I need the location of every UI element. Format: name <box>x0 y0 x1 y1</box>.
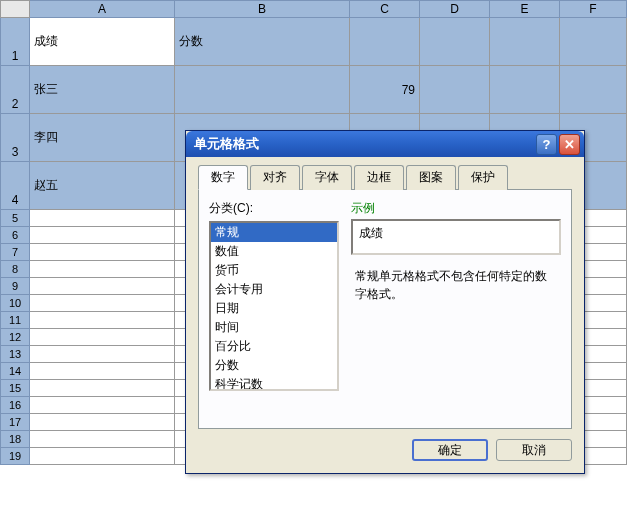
cell[interactable] <box>30 414 175 431</box>
tab-边框[interactable]: 边框 <box>354 165 404 190</box>
row-header[interactable]: 10 <box>0 295 30 312</box>
cell[interactable]: 79 <box>350 66 420 114</box>
row-header[interactable]: 4 <box>0 162 30 210</box>
row-header[interactable]: 12 <box>0 329 30 346</box>
format-cells-dialog: 单元格格式 ? ✕ 数字对齐字体边框图案保护 分类(C): 常规数值货币会计专用… <box>185 130 585 474</box>
format-description: 常规单元格格式不包含任何特定的数字格式。 <box>351 267 561 303</box>
ok-button[interactable]: 确定 <box>412 439 488 461</box>
cell[interactable]: 李四 <box>30 114 175 162</box>
row-header[interactable]: 1 <box>0 18 30 66</box>
cell[interactable] <box>30 210 175 227</box>
cell[interactable] <box>30 431 175 448</box>
preview-label: 示例 <box>351 200 561 217</box>
column-header-E[interactable]: E <box>490 0 560 18</box>
category-listbox[interactable]: 常规数值货币会计专用日期时间百分比分数科学记数文本特殊自定义 <box>209 221 339 391</box>
row-header[interactable]: 2 <box>0 66 30 114</box>
cell[interactable] <box>30 380 175 397</box>
cell[interactable] <box>30 363 175 380</box>
category-label: 分类(C): <box>209 200 339 217</box>
cell[interactable] <box>30 448 175 465</box>
cell[interactable] <box>490 18 560 66</box>
column-header-D[interactable]: D <box>420 0 490 18</box>
select-all-corner[interactable] <box>0 0 30 18</box>
help-button[interactable]: ? <box>536 134 557 155</box>
category-item[interactable]: 常规 <box>211 223 337 242</box>
cell[interactable] <box>30 227 175 244</box>
cell[interactable] <box>420 18 490 66</box>
cell[interactable] <box>30 346 175 363</box>
cell[interactable] <box>490 66 560 114</box>
row-header[interactable]: 11 <box>0 312 30 329</box>
column-header-F[interactable]: F <box>560 0 627 18</box>
cell[interactable]: 赵五 <box>30 162 175 210</box>
category-item[interactable]: 分数 <box>211 356 337 375</box>
cell[interactable]: 张三 <box>30 66 175 114</box>
row-header[interactable]: 16 <box>0 397 30 414</box>
cell[interactable] <box>30 312 175 329</box>
dialog-titlebar[interactable]: 单元格格式 ? ✕ <box>186 131 584 157</box>
row-header[interactable]: 14 <box>0 363 30 380</box>
category-item[interactable]: 数值 <box>211 242 337 261</box>
tab-panel-number: 分类(C): 常规数值货币会计专用日期时间百分比分数科学记数文本特殊自定义 示例… <box>198 189 572 429</box>
cell[interactable] <box>30 244 175 261</box>
cell[interactable] <box>420 66 490 114</box>
cell[interactable] <box>560 66 627 114</box>
cell[interactable] <box>175 66 350 114</box>
category-item[interactable]: 科学记数 <box>211 375 337 391</box>
tab-保护[interactable]: 保护 <box>458 165 508 190</box>
cell[interactable] <box>30 261 175 278</box>
column-header-C[interactable]: C <box>350 0 420 18</box>
row-header[interactable]: 7 <box>0 244 30 261</box>
cell[interactable] <box>30 329 175 346</box>
row-header[interactable]: 17 <box>0 414 30 431</box>
category-item[interactable]: 时间 <box>211 318 337 337</box>
preview-value: 成绩 <box>359 226 383 240</box>
tab-图案[interactable]: 图案 <box>406 165 456 190</box>
row-header[interactable]: 3 <box>0 114 30 162</box>
row-header[interactable]: 18 <box>0 431 30 448</box>
category-item[interactable]: 货币 <box>211 261 337 280</box>
cell[interactable] <box>350 18 420 66</box>
tab-strip: 数字对齐字体边框图案保护 <box>198 165 572 190</box>
category-item[interactable]: 会计专用 <box>211 280 337 299</box>
dialog-title: 单元格格式 <box>190 135 534 153</box>
cell[interactable] <box>30 278 175 295</box>
preview-box: 成绩 <box>351 219 561 255</box>
row-header[interactable]: 5 <box>0 210 30 227</box>
category-item[interactable]: 日期 <box>211 299 337 318</box>
row-header[interactable]: 8 <box>0 261 30 278</box>
column-header-B[interactable]: B <box>175 0 350 18</box>
category-item[interactable]: 百分比 <box>211 337 337 356</box>
tab-字体[interactable]: 字体 <box>302 165 352 190</box>
row-header[interactable]: 15 <box>0 380 30 397</box>
row-header[interactable]: 6 <box>0 227 30 244</box>
row-header[interactable]: 19 <box>0 448 30 465</box>
cell[interactable]: 分数 <box>175 18 350 66</box>
tab-对齐[interactable]: 对齐 <box>250 165 300 190</box>
row-header[interactable]: 9 <box>0 278 30 295</box>
cancel-button[interactable]: 取消 <box>496 439 572 461</box>
cell[interactable] <box>30 397 175 414</box>
cell[interactable] <box>560 18 627 66</box>
cell[interactable] <box>30 295 175 312</box>
cell[interactable]: 成绩 <box>30 18 175 66</box>
close-button[interactable]: ✕ <box>559 134 580 155</box>
tab-数字[interactable]: 数字 <box>198 165 248 190</box>
column-header-A[interactable]: A <box>30 0 175 18</box>
row-header[interactable]: 13 <box>0 346 30 363</box>
